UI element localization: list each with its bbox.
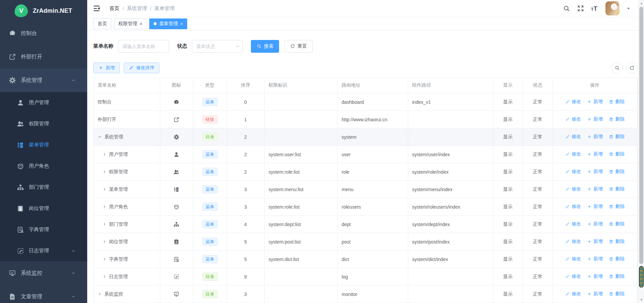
- logo[interactable]: V ZrAdmin.NET: [0, 0, 87, 21]
- delete-row-button[interactable]: 删除: [609, 151, 625, 157]
- chevron-right-icon[interactable]: [102, 240, 107, 244]
- add-row-button[interactable]: 新增: [587, 169, 603, 175]
- edit-icon: [565, 239, 570, 244]
- menu-name: 岗位管理: [98, 239, 156, 245]
- edit-icon: [565, 274, 570, 279]
- delete-row-button[interactable]: 删除: [609, 99, 625, 105]
- add-row-button[interactable]: 新增: [587, 99, 603, 105]
- chevron-down-icon[interactable]: [235, 44, 240, 49]
- sidebar-item-dept-admin[interactable]: 部门管理: [0, 177, 87, 198]
- sidebar-item-external-open[interactable]: 外部打开: [0, 45, 87, 69]
- close-icon[interactable]: ×: [140, 21, 142, 26]
- refresh-icon: [290, 44, 295, 49]
- close-icon[interactable]: ×: [180, 21, 183, 26]
- edit-row-button[interactable]: 修改: [565, 116, 581, 122]
- add-row-button[interactable]: 新增: [587, 151, 603, 157]
- delete-row-button[interactable]: 删除: [609, 204, 625, 210]
- component-cell: [408, 111, 493, 128]
- search-button[interactable]: 搜索: [251, 40, 279, 53]
- chevron-right-icon[interactable]: [102, 274, 107, 279]
- edit-row-button[interactable]: 修改: [565, 134, 581, 140]
- chevron-down-icon[interactable]: [98, 135, 102, 139]
- delete-row-button[interactable]: 删除: [609, 239, 625, 245]
- table-row: 系统监控目录3monitor显示正常修改新增删除: [94, 286, 637, 303]
- edit-row-button[interactable]: 修改: [565, 273, 581, 279]
- edit-row-button[interactable]: 修改: [565, 221, 581, 227]
- perm-cell: system:menu:list: [264, 181, 337, 198]
- sidebar-item-user-role[interactable]: 用户角色: [0, 156, 87, 177]
- add-row-button[interactable]: 新增: [587, 273, 603, 279]
- chevron-right-icon[interactable]: [98, 292, 102, 296]
- delete-row-button[interactable]: 删除: [609, 186, 625, 192]
- edit-row-button[interactable]: 修改: [565, 169, 581, 175]
- refresh-table-button[interactable]: [626, 62, 638, 74]
- delete-row-button[interactable]: 删除: [609, 256, 625, 262]
- sidebar-item-dashboard[interactable]: 控制台: [0, 21, 87, 45]
- actions-cell: 修改新增删除: [553, 163, 637, 181]
- chevron-right-icon[interactable]: [102, 222, 107, 226]
- edit-row-button[interactable]: 修改: [565, 256, 581, 262]
- sidebar-item-post-admin[interactable]: 岗位管理: [0, 198, 87, 219]
- scroll-up-arrow[interactable]: [639, 1, 644, 6]
- delete-row-button[interactable]: 删除: [609, 116, 625, 122]
- delete-row-button[interactable]: 删除: [609, 291, 625, 297]
- sidebar-item-dict-admin[interactable]: 字典管理: [0, 219, 87, 240]
- sidebar-item-system-admin[interactable]: 系统管理: [0, 69, 87, 92]
- chevron-right-icon[interactable]: [102, 152, 107, 157]
- breadcrumb-home[interactable]: 首页: [109, 5, 119, 12]
- sidebar-item-article-admin[interactable]: 文章管理: [0, 285, 87, 303]
- edit-row-button[interactable]: 修改: [565, 151, 581, 157]
- sidebar-item-user-admin[interactable]: 用户管理: [0, 92, 87, 113]
- edit-row-button[interactable]: 修改: [565, 186, 581, 192]
- edit-row-button[interactable]: 修改: [565, 239, 581, 245]
- delete-row-button[interactable]: 删除: [609, 134, 625, 140]
- add-row-button[interactable]: 新增: [587, 116, 603, 122]
- action-label: 删除: [615, 134, 625, 140]
- collapse-sidebar-icon[interactable]: [93, 4, 101, 12]
- route-cell: system: [337, 128, 408, 146]
- sidebar-item-perm-admin[interactable]: 权限管理: [0, 113, 87, 134]
- sidebar-item-menu-admin[interactable]: 菜单管理: [0, 134, 87, 156]
- action-label: 新增: [593, 221, 603, 227]
- action-label: 修改: [572, 116, 581, 122]
- edit-row-button[interactable]: 修改: [565, 99, 581, 105]
- tab-菜单管理[interactable]: 菜单管理×: [149, 18, 187, 29]
- sidebar-item-system-monitor[interactable]: 系统监控: [0, 261, 87, 285]
- reset-button[interactable]: 重置: [284, 40, 313, 53]
- avatar[interactable]: [605, 1, 620, 15]
- add-row-button[interactable]: 新增: [587, 221, 603, 227]
- add-row-button[interactable]: 新增: [587, 239, 603, 245]
- chevron-right-icon[interactable]: [102, 187, 107, 191]
- chevron-right-icon[interactable]: [102, 170, 107, 174]
- actions-cell: 修改新增删除: [553, 111, 637, 128]
- add-row-button[interactable]: 新增: [587, 204, 603, 210]
- sidebar-item-log-admin[interactable]: 日志管理: [0, 240, 87, 261]
- chevron-right-icon[interactable]: [102, 205, 107, 209]
- tab-首页[interactable]: 首页: [93, 18, 111, 29]
- edit-row-button[interactable]: 修改: [565, 291, 581, 297]
- scrollbar-thumb[interactable]: [639, 7, 643, 264]
- add-row-button[interactable]: 新增: [587, 186, 603, 192]
- add-row-button[interactable]: 新增: [587, 291, 603, 297]
- tab-权限管理[interactable]: 权限管理×: [114, 18, 147, 29]
- show-search-button[interactable]: [611, 62, 623, 74]
- chevron-down-icon[interactable]: [626, 6, 631, 11]
- search-icon[interactable]: [563, 5, 570, 12]
- delete-row-button[interactable]: 删除: [609, 273, 625, 279]
- add-row-button[interactable]: 新增: [587, 134, 603, 140]
- add-row-button[interactable]: 新增: [587, 256, 603, 262]
- chevron-right-icon[interactable]: [102, 257, 107, 261]
- fullscreen-icon[interactable]: [577, 5, 584, 12]
- delete-row-button[interactable]: 删除: [609, 221, 625, 227]
- delete-row-button[interactable]: 删除: [609, 169, 625, 175]
- window-scrollbar[interactable]: [638, 0, 644, 303]
- menu-name-input[interactable]: [118, 40, 169, 53]
- edit-row-button[interactable]: 修改: [565, 204, 581, 210]
- font-size-icon[interactable]: TT: [591, 5, 597, 12]
- table-toolbar: 新增 修改排序: [93, 62, 638, 74]
- edit-sort-button[interactable]: 修改排序: [124, 62, 159, 73]
- trash-icon: [609, 187, 613, 191]
- scroll-down-arrow[interactable]: [639, 297, 644, 302]
- perm-cell: [264, 93, 337, 111]
- add-button[interactable]: 新增: [93, 62, 120, 73]
